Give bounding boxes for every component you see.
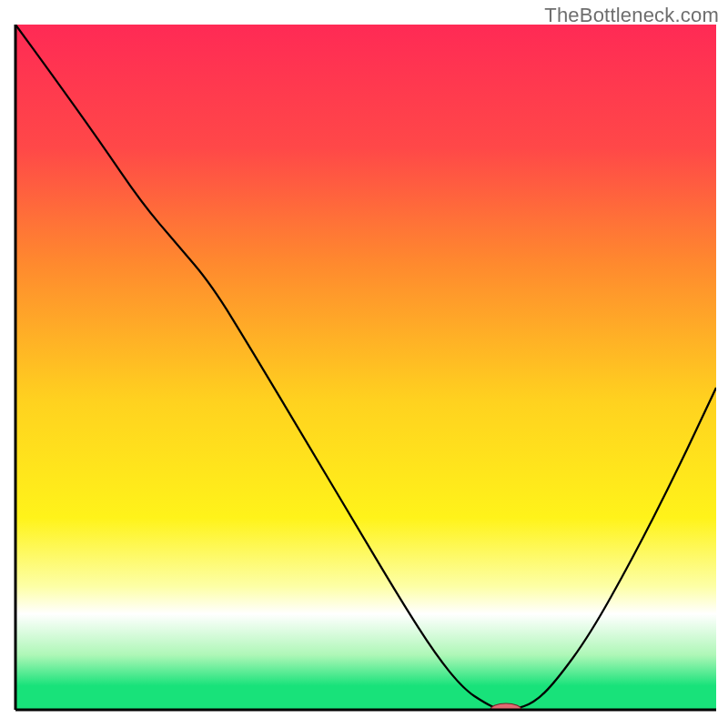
chart-container: TheBottleneck.com: [0, 0, 728, 728]
gradient-background: [15, 25, 716, 710]
bottleneck-chart: [0, 0, 728, 728]
watermark-text: TheBottleneck.com: [544, 4, 719, 27]
